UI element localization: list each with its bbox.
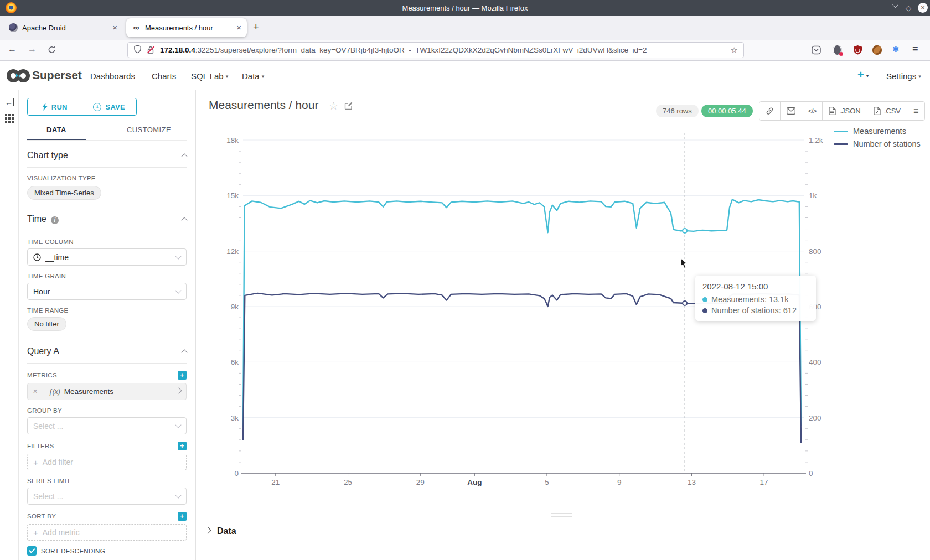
- nav-item-sql-lab[interactable]: SQL Lab▾: [191, 71, 228, 81]
- expand-metric-icon[interactable]: [171, 383, 186, 400]
- forward-icon[interactable]: →: [28, 44, 37, 54]
- screen: Measurements / hour — Mozilla Firefox ◇ …: [0, 0, 930, 560]
- dataset-grid-icon[interactable]: [5, 114, 14, 125]
- legend-item-measurements[interactable]: Measurements: [834, 127, 921, 136]
- nav-item-charts[interactable]: Charts: [152, 71, 176, 81]
- ublock-shield-icon[interactable]: [853, 45, 862, 54]
- url-input[interactable]: 172.18.0.4:32251/superset/explore/?form_…: [127, 42, 744, 58]
- svg-text:0: 0: [234, 469, 239, 478]
- tooltip-date: 2022-08-12 15:00: [702, 282, 809, 291]
- svg-text:1k: 1k: [809, 191, 817, 200]
- nav-add-button[interactable]: +▾: [857, 69, 869, 81]
- edit-title-icon[interactable]: [344, 101, 353, 112]
- clock-icon: [33, 253, 41, 261]
- chevron-up-icon: [181, 217, 187, 223]
- add-sort-metric-dropzone[interactable]: + Add metric: [27, 524, 187, 541]
- chevron-down-icon: ▾: [866, 73, 869, 79]
- run-button[interactable]: RUN: [28, 98, 82, 115]
- add-sort-metric-button[interactable]: +: [178, 512, 187, 521]
- tab-close-icon[interactable]: ×: [112, 24, 117, 32]
- shield-icon[interactable]: [133, 45, 142, 56]
- tab-customize[interactable]: CUSTOMIZE: [116, 121, 182, 140]
- data-section-toggle[interactable]: Data: [205, 526, 236, 536]
- divider: [27, 167, 187, 168]
- chevron-down-icon: ▾: [262, 74, 265, 79]
- reload-icon[interactable]: [48, 45, 56, 56]
- window-close-icon[interactable]: ×: [918, 3, 928, 13]
- browser-tab-apache-druid[interactable]: Apache Druid ×: [3, 18, 123, 37]
- new-tab-button[interactable]: +: [253, 22, 259, 33]
- metric-chip[interactable]: × ƒ(x) Measurements: [27, 383, 187, 400]
- extension-asterisk-icon[interactable]: ✱: [892, 44, 902, 54]
- remove-metric-icon[interactable]: ×: [28, 383, 43, 400]
- url-path: :32251/superset/explore/?form_data_key=O…: [195, 46, 647, 54]
- browser-tabbar: Apache Druid × ∞ Measurements / hour × +: [0, 16, 930, 40]
- superset-logo-icon[interactable]: [7, 68, 30, 86]
- time-column-label: TIME COLUMN: [27, 238, 187, 245]
- tab-label: Apache Druid: [22, 24, 107, 32]
- email-button[interactable]: [781, 102, 802, 120]
- expand-panel-icon[interactable]: ←: [5, 98, 14, 106]
- nav-item-dashboards[interactable]: Dashboards: [90, 71, 135, 81]
- menu-icon: ≡: [913, 106, 918, 116]
- svg-text:15k: 15k: [226, 191, 239, 200]
- favorite-star-icon[interactable]: ☆: [329, 100, 338, 112]
- browser-menu-icon[interactable]: ≡: [912, 44, 918, 55]
- browser-toolbar: ← → 172.18.0.4:32251/superset/explore/?f…: [0, 40, 930, 61]
- time-column-select[interactable]: __time: [27, 248, 187, 266]
- file-json-icon: [829, 107, 836, 115]
- timeseries-chart[interactable]: 03k6k9k12k15k18k02004006008001k1.2k21252…: [196, 119, 930, 506]
- svg-text:9: 9: [617, 478, 622, 486]
- copy-link-button[interactable]: [760, 102, 781, 120]
- tooltip-item: Number of stations: 612: [702, 306, 809, 315]
- nav-settings-menu[interactable]: Settings▾: [886, 71, 921, 81]
- superset-favicon-icon: ∞: [132, 23, 141, 32]
- add-filter-dropzone[interactable]: + Add filter: [27, 454, 187, 470]
- browser-tab-measurements[interactable]: ∞ Measurements / hour ×: [126, 18, 247, 37]
- legend-line-swatch: [834, 143, 848, 145]
- divider: [27, 231, 187, 231]
- tab-close-icon[interactable]: ×: [236, 24, 241, 32]
- window-maximize-icon[interactable]: ◇: [906, 4, 911, 12]
- extension-account-icon[interactable]: [833, 45, 842, 55]
- embed-code-button[interactable]: </>: [802, 102, 823, 120]
- tab-data[interactable]: DATA: [27, 121, 86, 140]
- group-by-label: GROUP BY: [27, 407, 187, 414]
- firefox-icon: [6, 2, 17, 13]
- chart-menu-button[interactable]: ≡: [907, 102, 924, 120]
- insecure-lock-icon[interactable]: [147, 46, 154, 54]
- section-chart-type[interactable]: Chart type: [27, 151, 187, 160]
- add-filter-button[interactable]: +: [178, 442, 187, 450]
- viz-type-value[interactable]: Mixed Time-Series: [27, 186, 101, 200]
- save-button[interactable]: + SAVE: [82, 98, 137, 115]
- export-csv-button[interactable]: .CSV: [867, 102, 907, 120]
- tooltip-item: Measurements: 13.1k: [702, 295, 809, 304]
- group-by-select[interactable]: Select ...: [27, 417, 187, 434]
- legend-item-stations[interactable]: Number of stations: [834, 139, 921, 148]
- explore-control-panel: RUN + SAVE DATA CUSTOMIZE Chart type VIS…: [19, 90, 196, 560]
- series-dot-icon: [702, 297, 707, 302]
- time-grain-select[interactable]: Hour: [27, 283, 187, 300]
- info-icon: i: [51, 216, 59, 224]
- panel-resize-handle[interactable]: [551, 513, 572, 518]
- pocket-icon[interactable]: [812, 45, 821, 55]
- bookmark-star-icon[interactable]: ☆: [731, 45, 738, 55]
- sort-descending-checkbox[interactable]: [27, 546, 37, 556]
- section-query-a[interactable]: Query A: [27, 346, 187, 356]
- svg-text:200: 200: [809, 414, 822, 422]
- viz-type-label: VISUALIZATION TYPE: [27, 175, 187, 182]
- chevron-down-icon: ▾: [226, 74, 229, 79]
- svg-text:400: 400: [809, 358, 822, 366]
- section-time[interactable]: Timei: [27, 214, 187, 224]
- add-metric-button[interactable]: +: [178, 371, 187, 380]
- time-range-value[interactable]: No filter: [27, 317, 66, 331]
- nav-item-data[interactable]: Data▾: [242, 71, 264, 81]
- export-json-button[interactable]: .JSON: [823, 102, 867, 120]
- page-title: Measurements / hour: [209, 98, 318, 112]
- svg-text:800: 800: [809, 247, 822, 256]
- back-icon[interactable]: ←: [8, 44, 17, 54]
- superset-brand[interactable]: Superset: [32, 69, 82, 82]
- divider: [27, 363, 187, 364]
- series-limit-select[interactable]: Select ...: [27, 488, 187, 505]
- cookie-icon[interactable]: [872, 45, 882, 55]
